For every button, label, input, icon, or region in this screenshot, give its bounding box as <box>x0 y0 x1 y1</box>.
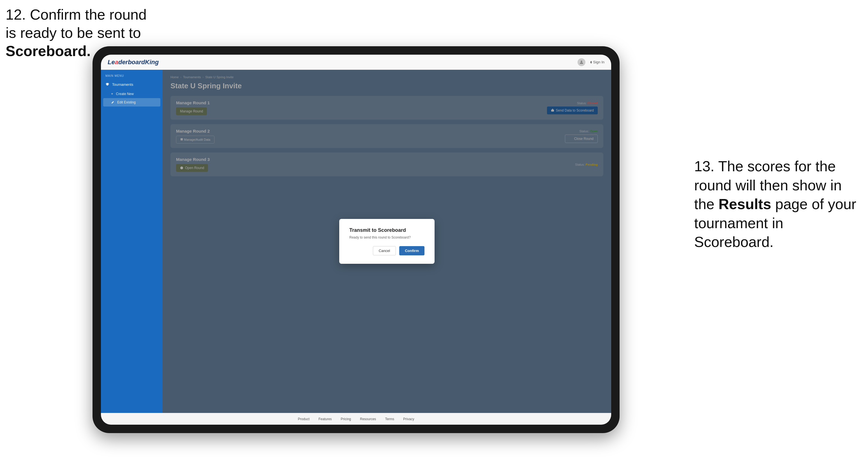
user-avatar-icon <box>578 58 585 66</box>
sign-in-icon <box>589 61 592 64</box>
page-content: Home › Tournaments › State U Spring Invi… <box>163 70 611 413</box>
footer-link-features[interactable]: Features <box>318 417 332 421</box>
trophy-icon <box>105 83 109 87</box>
footer-link-pricing[interactable]: Pricing <box>341 417 351 421</box>
main-area: MAIN MENU Tournaments + Create New Edit … <box>101 70 611 413</box>
footer: Product Features Pricing Resources Terms… <box>101 413 611 425</box>
modal-confirm-button[interactable]: Confirm <box>399 246 425 255</box>
tablet-frame: LeaderboardKing Sign In <box>93 46 620 433</box>
logo-text: LeaderboardKing <box>108 59 159 66</box>
edit-icon <box>111 101 114 104</box>
sidebar-item-edit-existing[interactable]: Edit Existing <box>103 98 160 106</box>
sidebar-item-create-new[interactable]: + Create New <box>101 89 163 98</box>
modal-overlay: Transmit to Scoreboard Ready to send thi… <box>163 70 611 413</box>
footer-link-terms[interactable]: Terms <box>385 417 394 421</box>
nav-right: Sign In <box>578 58 604 66</box>
plus-icon: + <box>111 92 113 96</box>
modal-subtitle: Ready to send this round to Scoreboard? <box>349 236 425 239</box>
tablet-screen: LeaderboardKing Sign In <box>101 55 611 425</box>
footer-link-product[interactable]: Product <box>298 417 310 421</box>
sidebar: MAIN MENU Tournaments + Create New Edit … <box>101 70 163 413</box>
annotation-step13: 13. The scores for the round will then s… <box>694 157 862 252</box>
top-nav: LeaderboardKing Sign In <box>101 55 611 70</box>
sidebar-section-label: MAIN MENU <box>101 74 163 80</box>
modal-title: Transmit to Scoreboard <box>349 227 425 233</box>
sidebar-item-tournaments[interactable]: Tournaments <box>101 80 163 89</box>
sign-in-button[interactable]: Sign In <box>589 60 604 64</box>
nav-logo: LeaderboardKing <box>108 59 159 66</box>
footer-link-resources[interactable]: Resources <box>360 417 376 421</box>
footer-link-privacy[interactable]: Privacy <box>403 417 414 421</box>
modal-cancel-button[interactable]: Cancel <box>373 246 396 255</box>
modal-actions: Cancel Confirm <box>349 246 425 255</box>
modal-box: Transmit to Scoreboard Ready to send thi… <box>339 219 435 264</box>
svg-point-2 <box>581 61 582 62</box>
